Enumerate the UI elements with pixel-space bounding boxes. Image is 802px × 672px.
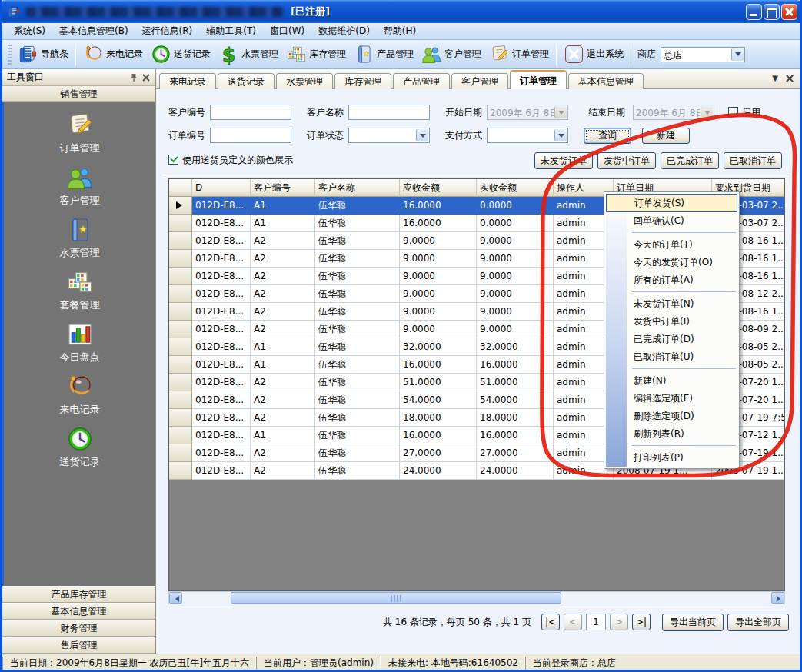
end-date-picker[interactable]: 2009年 6月 8日 xyxy=(633,105,714,120)
order-status-filter-button[interactable]: 未发货订单 xyxy=(534,152,593,169)
tab[interactable]: 客户管理 xyxy=(451,73,508,89)
toolbar-button-exit[interactable]: 退出系统 xyxy=(560,42,627,67)
order-status-filter-button[interactable]: 已取消订单 xyxy=(724,152,782,169)
context-menu-item[interactable]: 已完成订单(D) xyxy=(606,331,737,348)
sidebar-group-bar[interactable]: 财务管理 xyxy=(2,620,155,637)
query-button[interactable]: 查询 xyxy=(584,128,631,144)
customer-name-input[interactable] xyxy=(348,105,430,120)
toolbar-button-delivery-record[interactable]: 送货记录 xyxy=(147,42,215,67)
context-menu-item[interactable]: 今天的发货订单(O) xyxy=(606,254,737,271)
tab[interactable]: 送货记录 xyxy=(218,73,275,89)
toolbar-button-call-record[interactable]: 来电记录 xyxy=(79,42,147,67)
tab-close-icon[interactable] xyxy=(786,75,794,82)
next-page-button[interactable]: > xyxy=(610,614,628,630)
order-status-filter-button[interactable]: 发货中订单 xyxy=(597,152,656,169)
order-no-input[interactable] xyxy=(210,128,291,143)
context-menu-item[interactable]: 订单发货(S) xyxy=(606,194,737,212)
toolbar-button-navigator[interactable]: 导航条 xyxy=(14,42,72,67)
export-all-pages-button[interactable]: 导出全部页 xyxy=(727,614,789,631)
enable-checkbox[interactable] xyxy=(728,107,738,117)
row-selector[interactable] xyxy=(169,303,192,321)
chevron-down-icon[interactable] xyxy=(731,48,744,61)
menu-item[interactable]: 辅助工具(T) xyxy=(199,23,263,39)
tab[interactable]: 基本信息管理 xyxy=(568,73,644,89)
sidebar-item-package[interactable]: 套餐管理 xyxy=(60,268,100,312)
sidebar-group-bar[interactable]: 产品库存管理 xyxy=(2,586,155,603)
menu-item[interactable]: 系统(S) xyxy=(7,23,52,39)
row-selector[interactable] xyxy=(169,215,192,232)
sidebar-item-delivery-record[interactable]: 送货记录 xyxy=(60,425,100,469)
minimize-button[interactable] xyxy=(746,4,762,20)
menu-item[interactable]: 基本信息管理(B) xyxy=(52,23,135,39)
page-number-input[interactable] xyxy=(586,614,606,630)
chevron-down-icon[interactable] xyxy=(554,129,567,141)
tab[interactable]: 库存管理 xyxy=(334,73,391,89)
context-menu-item[interactable]: 删除选定项(D) xyxy=(606,408,737,425)
sidebar-item-stocktake[interactable]: 今日盘点 xyxy=(60,321,100,364)
context-menu-item[interactable]: 已取消订单(U) xyxy=(606,348,737,366)
row-selector[interactable] xyxy=(169,391,192,409)
tab-dropdown-icon[interactable]: ▼ xyxy=(772,74,778,82)
toolbar-button-customer[interactable]: 客户管理 xyxy=(418,42,485,67)
tab[interactable]: 水票管理 xyxy=(276,73,333,89)
sidebar-group-sales[interactable]: 销售管理 xyxy=(2,86,155,102)
row-selector[interactable] xyxy=(169,338,192,356)
sidebar-item-water-ticket[interactable]: 水票管理 xyxy=(60,216,100,260)
color-display-checkbox[interactable] xyxy=(168,155,178,165)
scroll-right-icon[interactable] xyxy=(771,592,784,604)
context-menu-item[interactable]: 刷新列表(R) xyxy=(606,425,737,443)
tab[interactable]: 订单管理 xyxy=(510,70,567,89)
row-selector[interactable] xyxy=(169,427,192,444)
export-current-page-button[interactable]: 导出当前页 xyxy=(662,614,724,631)
order-status-filter-button[interactable]: 已完成订单 xyxy=(661,152,719,169)
toolbar-button-water-ticket[interactable]: 水票管理 xyxy=(215,42,282,67)
toolbar-button-product[interactable]: 产品管理 xyxy=(350,42,418,67)
toolbar-button-order[interactable]: 订单管理 xyxy=(485,42,553,67)
order-status-combobox[interactable] xyxy=(348,128,430,143)
context-menu-item[interactable]: 今天的订单(T) xyxy=(606,236,737,254)
column-header-id[interactable]: D xyxy=(192,179,251,197)
column-header-receivable[interactable]: 应收金额 xyxy=(400,179,477,197)
context-menu-item[interactable]: 回单确认(C) xyxy=(606,212,737,230)
sidebar-group-bar[interactable]: 基本信息管理 xyxy=(2,603,155,620)
row-selector[interactable] xyxy=(169,321,192,338)
column-header-customer-name[interactable]: 客户名称 xyxy=(315,179,400,197)
column-header-selector[interactable] xyxy=(169,179,192,197)
row-selector[interactable] xyxy=(169,232,192,250)
row-selector[interactable] xyxy=(169,409,192,427)
sidebar-item-order[interactable]: 订单管理 xyxy=(60,111,100,155)
menu-item[interactable]: 运行信息(R) xyxy=(135,23,200,39)
new-button[interactable]: 新建 xyxy=(642,128,690,144)
tab[interactable]: 产品管理 xyxy=(393,73,450,89)
last-page-button[interactable]: >| xyxy=(632,614,651,630)
row-selector[interactable] xyxy=(169,356,192,374)
pushpin-icon[interactable] xyxy=(129,73,138,82)
toolbar-button-inventory[interactable]: 库存管理 xyxy=(282,42,350,67)
row-selector[interactable] xyxy=(169,197,192,215)
tab[interactable]: 来电记录 xyxy=(159,73,216,89)
store-combobox[interactable]: 总店 xyxy=(661,47,745,62)
prev-page-button[interactable]: < xyxy=(564,614,582,630)
first-page-button[interactable]: |< xyxy=(541,614,560,630)
start-date-picker[interactable]: 2009年 6月 8日 xyxy=(487,105,568,120)
close-icon[interactable] xyxy=(141,73,151,82)
sidebar-group-bar[interactable]: 售后管理 xyxy=(2,637,155,654)
sidebar-item-call-record[interactable]: 来电记录 xyxy=(60,373,100,417)
context-menu-item[interactable]: 编辑选定项(E) xyxy=(606,390,737,408)
horizontal-scrollbar[interactable] xyxy=(168,591,785,604)
row-selector[interactable] xyxy=(169,462,192,480)
context-menu-item[interactable]: 所有的订单(A) xyxy=(606,271,737,289)
scrollbar-thumb[interactable] xyxy=(231,592,561,604)
row-selector[interactable] xyxy=(169,444,192,462)
context-menu-item[interactable]: 新建(N) xyxy=(606,372,737,390)
scroll-left-icon[interactable] xyxy=(169,592,182,604)
chevron-down-icon[interactable] xyxy=(416,129,428,141)
toolbar-grip[interactable] xyxy=(8,45,12,65)
row-selector[interactable] xyxy=(169,374,192,391)
context-menu-item[interactable]: 打印列表(P) xyxy=(606,449,737,467)
menu-item[interactable]: 帮助(H) xyxy=(377,23,423,39)
column-header-customer-no[interactable]: 客户编号 xyxy=(251,179,315,197)
maximize-button[interactable] xyxy=(764,4,780,20)
row-selector[interactable] xyxy=(169,268,192,285)
sidebar-item-customer[interactable]: 客户管理 xyxy=(60,164,100,208)
